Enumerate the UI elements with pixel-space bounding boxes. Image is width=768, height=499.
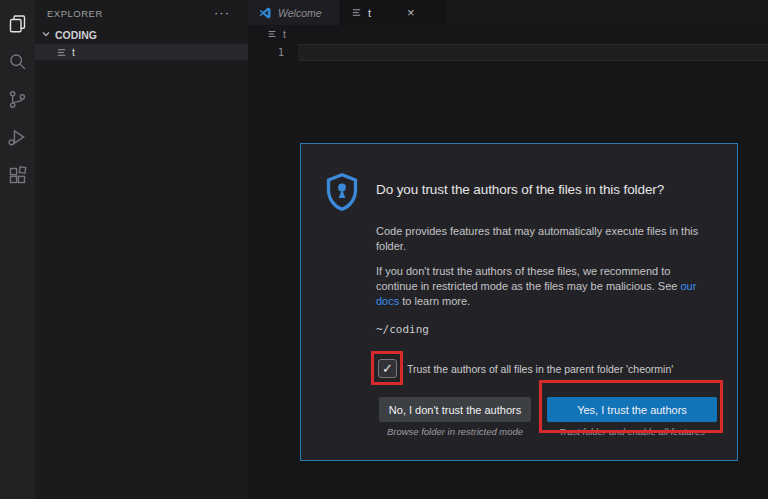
explorer-header: EXPLORER ···: [35, 0, 248, 26]
tab-welcome-label: Welcome: [278, 7, 322, 19]
trust-parent-checkbox-label: Trust the authors of all files in the pa…: [407, 363, 673, 375]
trust-parent-checkbox-row: ✓ Trust the authors of all files in the …: [378, 359, 673, 378]
dialog-paragraph-2: If you don't trust the authors of these …: [376, 264, 700, 309]
search-icon: [7, 51, 28, 76]
tab-welcome[interactable]: Welcome: [248, 0, 341, 25]
no-trust-button[interactable]: No, I don't trust the authors: [379, 397, 531, 422]
file-icon: [351, 7, 362, 18]
folder-section-coding[interactable]: CODING: [35, 26, 248, 44]
no-button-caption: Browse folder in restricted mode: [379, 426, 531, 437]
activity-bar: [0, 0, 35, 499]
run-debug-icon: [7, 127, 28, 152]
extensions-icon: [7, 165, 28, 190]
tab-bar: Welcome t ×: [248, 0, 768, 25]
breadcrumb[interactable]: t: [248, 25, 768, 44]
explorer-activity-button[interactable]: [0, 6, 35, 44]
search-activity-button[interactable]: [0, 44, 35, 82]
explorer-sidebar: EXPLORER ··· CODING t: [35, 0, 248, 499]
file-row-t[interactable]: t: [35, 44, 248, 60]
trust-parent-checkbox[interactable]: ✓: [378, 359, 397, 378]
yes-trust-button[interactable]: Yes, I trust the authors: [547, 397, 717, 422]
tab-file-label: t: [368, 7, 371, 19]
run-debug-activity-button[interactable]: [0, 120, 35, 158]
file-icon: [56, 47, 67, 58]
file-label: t: [72, 46, 75, 58]
extensions-activity-button[interactable]: [0, 158, 35, 196]
source-control-icon: [7, 89, 28, 114]
current-line-highlight: [298, 44, 768, 61]
file-icon: [267, 29, 278, 40]
dialog-body: Code provides features that may automati…: [376, 224, 700, 337]
more-actions-icon[interactable]: ···: [214, 8, 230, 18]
chevron-down-icon: [41, 29, 51, 41]
source-control-activity-button[interactable]: [0, 82, 35, 120]
line-number: 1: [270, 46, 284, 58]
explorer-title: EXPLORER: [47, 8, 103, 19]
dialog-title: Do you trust the authors of the files in…: [376, 182, 728, 197]
folder-path: ~/coding: [376, 322, 700, 337]
folder-section-label: CODING: [55, 29, 97, 41]
dialog-paragraph-1: Code provides features that may automati…: [376, 224, 700, 254]
workspace-trust-dialog: Do you trust the authors of the files in…: [300, 143, 738, 461]
yes-button-caption: Trust folder and enable all features: [547, 426, 717, 437]
breadcrumb-file: t: [283, 29, 286, 40]
close-icon[interactable]: ×: [407, 6, 415, 19]
shield-lock-icon: [324, 172, 360, 212]
vscode-window: EXPLORER ··· CODING t: [0, 0, 768, 499]
tab-file-t[interactable]: t ×: [341, 0, 445, 25]
files-icon: [7, 13, 28, 38]
vscode-logo-icon: [258, 6, 272, 20]
